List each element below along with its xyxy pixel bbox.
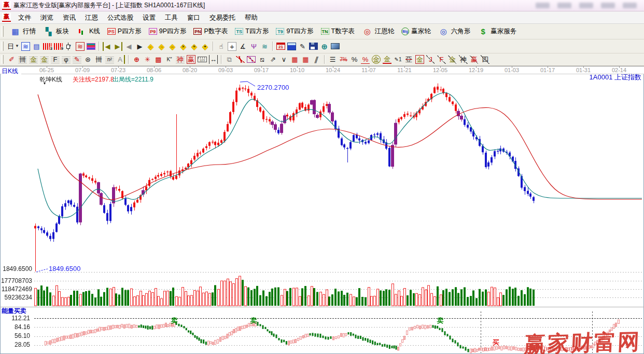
j-angle-icon[interactable]: J xyxy=(426,55,435,64)
next-icon[interactable]: ▶ xyxy=(135,42,144,51)
span-icon[interactable]: ↔ xyxy=(209,55,218,64)
quotes-icon[interactable]: ▦ xyxy=(11,27,20,36)
diamond-lr-icon[interactable]: ◆↔ xyxy=(168,42,177,51)
gold-boxed-icon[interactable]: 金 xyxy=(415,55,424,64)
window-control-blob[interactable] xyxy=(536,3,550,8)
menu-item-交易委托[interactable]: 交易委托 xyxy=(205,13,240,22)
9t-square-icon[interactable]: T9 xyxy=(276,28,284,35)
v-lines-icon[interactable]: ∨ xyxy=(279,55,288,64)
toolbar-grip[interactable] xyxy=(1,26,4,36)
calendar-icon[interactable]: 21 xyxy=(276,43,285,50)
a-line-icon[interactable]: A xyxy=(116,55,125,64)
chart-canvas[interactable] xyxy=(0,74,644,354)
overlay-dropdown-icon[interactable]: ▾ xyxy=(44,81,46,86)
histogram-icon[interactable] xyxy=(87,43,95,50)
menu-item-设置[interactable]: 设置 xyxy=(138,13,160,22)
candle-style-icon[interactable]: ▼ xyxy=(65,43,74,50)
bars-9-icon[interactable]: 9 xyxy=(54,43,63,50)
winner-service-icon[interactable]: $ xyxy=(479,27,487,36)
spiral-icon[interactable]: φ xyxy=(62,55,71,64)
n2-icon[interactable]: n² xyxy=(105,55,114,64)
box-tool-icon[interactable]: ⧉ xyxy=(225,55,234,64)
first-page-icon[interactable]: ◀ xyxy=(103,42,111,51)
document-icon[interactable]: ▤ xyxy=(32,42,41,51)
crosshair-icon[interactable]: + xyxy=(228,42,236,51)
grid2-icon[interactable]: 卌 xyxy=(94,55,103,64)
window-control-blob[interactable] xyxy=(601,3,615,8)
toolbar-item-winner-wheel[interactable]: Big赢家轮 xyxy=(398,26,435,37)
ying-box-icon[interactable]: 赢 xyxy=(187,55,195,64)
kline-icon[interactable] xyxy=(77,28,86,35)
menu-item-江恩[interactable]: 江恩 xyxy=(80,13,103,22)
last-page-icon[interactable]: ▶ xyxy=(114,42,122,51)
toolbar-item-winner-service[interactable]: $赢家服务 xyxy=(474,26,520,37)
menu-item-文件[interactable]: 文件 xyxy=(13,13,36,22)
globe-icon[interactable]: ⊕ xyxy=(320,42,329,51)
pct-icon[interactable]: % xyxy=(350,55,359,64)
shen-hatch-icon[interactable]: 神 xyxy=(176,55,185,64)
9p-square-icon[interactable]: P9 xyxy=(149,28,157,35)
toolbar-grip[interactable] xyxy=(1,55,4,63)
fan-red-icon[interactable] xyxy=(236,56,245,63)
fan-box-icon[interactable] xyxy=(247,56,256,63)
toolbar-item-p-square[interactable]: PSP四方形 xyxy=(104,26,145,37)
menu-item-窗口[interactable]: 窗口 xyxy=(183,13,205,22)
window-control-blob[interactable] xyxy=(579,3,593,8)
winner-wheel-icon[interactable]: Big xyxy=(401,28,409,35)
diamond-star-icon[interactable]: ◆✳ xyxy=(190,42,199,51)
toolbar-item-9p-square[interactable]: P99P四方形 xyxy=(145,26,190,37)
scribble-blue-icon[interactable]: ≋ xyxy=(21,42,30,51)
ya-icon[interactable]: 亞 xyxy=(404,55,413,64)
toolbar-item-gann-wheel[interactable]: ◎江恩轮 xyxy=(358,26,398,37)
gann-grid-icon[interactable]: 卌 xyxy=(18,55,27,64)
si-angle-icon[interactable]: 四 xyxy=(481,55,489,64)
window-control-blob[interactable] xyxy=(557,3,571,8)
sectors-icon[interactable]: ▚ xyxy=(44,27,53,36)
diamond-cross-icon[interactable]: ◆✕ xyxy=(179,42,188,51)
pen-hatch-icon[interactable]: ✎ xyxy=(73,55,81,64)
gann-tool-icon[interactable]: Ψ xyxy=(249,42,258,51)
gann-wheel-icon[interactable]: ◎ xyxy=(363,27,372,36)
p-table-icon[interactable]: PN xyxy=(193,28,202,35)
grid-red2-icon[interactable]: ▦ xyxy=(301,55,310,64)
toolbar-item-p-table[interactable]: PNP数字表 xyxy=(190,26,231,37)
star-web-icon[interactable]: ✳ xyxy=(143,55,152,64)
scribble-teal-icon[interactable]: ≋ xyxy=(260,42,269,51)
toolbar-item-hexagon[interactable]: ◎六角形 xyxy=(435,26,474,37)
save-icon[interactable] xyxy=(309,43,318,50)
gold-under-icon[interactable]: 金 xyxy=(383,55,391,64)
t-square-icon[interactable]: TS xyxy=(235,28,243,35)
menu-item-工具[interactable]: 工具 xyxy=(160,13,183,22)
fan-circle-icon[interactable]: ⊛ xyxy=(83,55,92,64)
ruler-icon[interactable]: 123 xyxy=(198,57,207,62)
grid-red-icon[interactable]: ▦ xyxy=(290,55,299,64)
toolbar-item-9t-square[interactable]: T99T四方形 xyxy=(272,26,317,37)
square-web-icon[interactable]: ▩ xyxy=(154,55,163,64)
prev-icon[interactable]: ◀ xyxy=(124,42,133,51)
toolbar-grip[interactable] xyxy=(1,42,4,51)
steps-icon[interactable]: ☰ xyxy=(328,55,337,64)
bars-3-icon[interactable]: 3 xyxy=(43,43,52,50)
gold-circle-icon[interactable]: 金 xyxy=(372,55,381,64)
hexagon-icon[interactable]: ◎ xyxy=(439,27,448,36)
shen-angle-icon[interactable]: 神 xyxy=(459,55,468,64)
window-control-blob[interactable] xyxy=(623,3,637,8)
toolbar-item-quotes[interactable]: ▦行情 xyxy=(6,26,39,37)
menu-item-浏览[interactable]: 浏览 xyxy=(36,13,58,22)
k-quote-icon[interactable]: K″ xyxy=(165,55,174,64)
toolbar-item-sectors[interactable]: ▚板块 xyxy=(39,26,73,37)
hand-icon[interactable]: ☝ xyxy=(217,42,226,51)
gold-hatch-icon[interactable]: 金 xyxy=(29,55,38,64)
ying-angle-icon[interactable]: 赢 xyxy=(470,55,479,64)
f-angle-icon[interactable]: F xyxy=(437,55,446,64)
overlay-name-label[interactable]: 乾坤K线 xyxy=(39,75,62,84)
period-daily-button[interactable]: 日▼ xyxy=(7,42,19,51)
t-table-icon[interactable]: TN xyxy=(321,28,329,35)
diamond-right-icon[interactable]: ◆→ xyxy=(157,42,166,51)
pct-under-icon[interactable]: % xyxy=(361,55,370,64)
menu-item-资讯[interactable]: 资讯 xyxy=(58,13,80,22)
pen-icon[interactable]: ✐ xyxy=(7,55,16,64)
f-hatch-icon[interactable]: F xyxy=(51,55,60,64)
toolbar-item-kline[interactable]: K线 xyxy=(73,26,104,37)
menu-item-帮助[interactable]: 帮助 xyxy=(240,13,262,22)
